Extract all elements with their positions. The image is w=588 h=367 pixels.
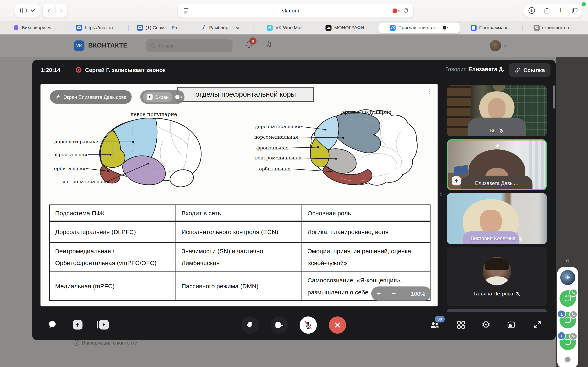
participant-tile-speaking[interactable]: Елизавета Давы…: [447, 139, 547, 190]
region-label: дорсолатеральная: [54, 139, 99, 145]
region-label: фронтальная: [43, 152, 87, 157]
forward-button[interactable]: ›: [55, 6, 67, 15]
avatar: [483, 257, 511, 285]
chevron-down-icon[interactable]: [31, 9, 35, 12]
tab-bar: Бихевиоризм… https://mail.ra… (1) Спам —…: [0, 21, 588, 34]
back-button[interactable]: ‹: [43, 6, 55, 15]
grid-view-icon[interactable]: [455, 319, 467, 330]
expand-panel-icon[interactable]: ›: [440, 190, 442, 199]
pin-icon: [55, 94, 61, 100]
search-icon: [150, 43, 156, 49]
nav-buttons: ‹ ›: [43, 3, 67, 18]
tab-spam[interactable]: (1) Спам — Ра…: [128, 22, 191, 33]
camera-button[interactable]: [271, 317, 288, 334]
settings-gear-icon[interactable]: ⚙: [480, 319, 492, 330]
chevron-down-icon: [503, 44, 507, 47]
reader-icon[interactable]: [183, 7, 189, 14]
microphone-muted-button[interactable]: [300, 317, 317, 334]
screen-share-pill[interactable]: Экран: [140, 90, 184, 104]
mail-icon: [137, 25, 143, 30]
recording-icon: [76, 67, 81, 73]
call-header: 1:20:14 Сергей Г. записывает звонок Гово…: [32, 60, 556, 81]
mail-icon: [76, 25, 82, 30]
downloads-icon[interactable]: [528, 7, 536, 14]
end-call-button[interactable]: [329, 317, 346, 334]
reload-icon[interactable]: [403, 8, 409, 13]
tab-overview-icon[interactable]: [571, 7, 578, 14]
call-widget-button[interactable]: 1: [559, 334, 576, 350]
participant-tile-self[interactable]: Вы: [447, 85, 547, 136]
music-icon: ♫: [265, 40, 272, 48]
media-play-button[interactable]: [99, 320, 109, 330]
zoom-control: + − 100%: [371, 286, 431, 301]
region-label: вентролатеральная: [61, 179, 106, 184]
tab-screenshot[interactable]: G скриншот на…: [522, 22, 585, 33]
pinned-screen-pill[interactable]: Экран Елизавета Давыдова: [50, 90, 132, 104]
vk-search-input: Поиск: [146, 39, 232, 52]
table-cell: Значимости (SN) и частично Лимбическая: [176, 243, 302, 271]
link-icon: [515, 67, 520, 73]
avatar[interactable]: ✈: [560, 270, 575, 285]
participant-tile[interactable]: Татьяна Петрова: [447, 247, 547, 306]
table-header: Основная роль: [302, 205, 430, 222]
speaking-name: Елизавета Д.: [468, 66, 504, 72]
call-widget-button[interactable]: 1: [559, 312, 576, 328]
notification-badge: 8: [249, 38, 256, 45]
camera-active-icon[interactable]: [392, 8, 400, 13]
unread-badge: 1: [557, 310, 566, 318]
collapse-widget-icon[interactable]: «: [566, 256, 569, 264]
info-icon: i: [73, 340, 79, 346]
share-icon[interactable]: [544, 7, 551, 14]
content-info-text: Информация о контенте: [82, 340, 137, 346]
region-label: орбитальная: [246, 166, 291, 172]
sidebar-toggle-group: [15, 3, 40, 18]
tab-rambler[interactable]: / Рамблер — м…: [191, 22, 253, 33]
participant-tile-partial: [447, 309, 547, 312]
raise-hand-button[interactable]: ♥: [242, 317, 259, 334]
address-bar[interactable]: vk.com: [178, 3, 413, 18]
g-icon: G: [534, 25, 539, 30]
table-cell: Исполнительного контроля (ECN): [176, 222, 302, 243]
new-tab-button[interactable]: +: [558, 6, 563, 15]
table-header: Подсистема ПФК: [50, 205, 176, 222]
sidebar-icon[interactable]: [20, 7, 27, 14]
mic-off-icon: [515, 291, 521, 296]
screen-chip: Экран: [143, 92, 172, 102]
tab-monograph[interactable]: ☁ МОНОГРАФИ…: [316, 22, 379, 33]
purple-egg-icon: [13, 25, 19, 30]
tab-behaviorism[interactable]: Бихевиоризм…: [3, 22, 66, 33]
more-options-icon[interactable]: ⋮: [426, 88, 432, 95]
rambler-slash-icon: /: [200, 25, 207, 30]
share-screen-button[interactable]: [73, 320, 82, 330]
chat-bubble-icon[interactable]: [564, 356, 572, 364]
call-widget-button[interactable]: [559, 290, 576, 307]
table-cell: Вентромедиальная / Орбитофронтальная (vm…: [50, 243, 176, 271]
tab-mailru[interactable]: https://mail.ra…: [66, 22, 128, 33]
upload-icon: [147, 94, 153, 100]
cloud-icon: ☁: [326, 25, 332, 30]
participants-button[interactable]: 39: [429, 319, 440, 330]
tab-vk-workmail[interactable]: VK WorkMail: [253, 22, 316, 33]
copy-link-button[interactable]: Ссылка: [509, 63, 550, 77]
zoom-in-button[interactable]: +: [371, 290, 386, 298]
avatar: [490, 40, 501, 51]
shared-screen: отделы префронтальной коры Экран Елизаве…: [40, 84, 438, 306]
phone-badge-icon: [569, 332, 577, 340]
tab-camera-icon: [443, 25, 449, 30]
fullscreen-icon[interactable]: [532, 319, 543, 330]
table-cell: Дорсолатеральная (DLPFC): [50, 222, 176, 243]
notifications-bell: 8: [245, 40, 253, 49]
table-cell: Эмоции, принятие решений, оценка «свой-ч…: [302, 243, 430, 271]
table-cell: Логика, планирование, воля: [302, 222, 430, 243]
unread-badge: 1: [557, 332, 566, 340]
left-diagram-title: левое полушарие: [120, 111, 188, 117]
call-timer: 1:20:14: [41, 67, 60, 73]
tab-call-invitation[interactable]: VK Приглашение в з…: [379, 22, 460, 33]
participant-tile[interactable]: Виктория Колягина: [447, 193, 547, 244]
chat-icon[interactable]: [48, 320, 57, 329]
picture-in-picture-icon[interactable]: [506, 319, 517, 330]
zoom-out-button[interactable]: −: [386, 290, 401, 298]
tab-program[interactable]: Программа к…: [460, 22, 522, 33]
table-header: Входит в сеть: [176, 205, 302, 222]
participants-scrollbar[interactable]: [553, 85, 555, 109]
